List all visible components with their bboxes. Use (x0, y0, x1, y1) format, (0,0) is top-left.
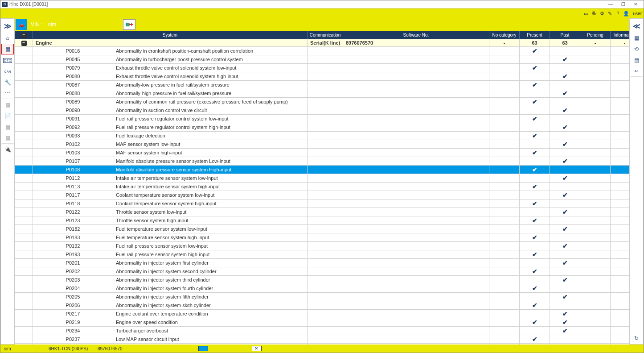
connect-icon[interactable]: 🔌 (1, 144, 14, 155)
dtc-row[interactable]: P0092Fuel rail pressure regulator contro… (15, 123, 630, 132)
collapse-engine-button[interactable]: − (21, 41, 27, 46)
parent-row-engine[interactable]: − Engine Serial(K line) 8976076570 - 63 … (15, 39, 630, 47)
dtc-desc: Abnormality in crankshaft position-camsh… (113, 47, 308, 55)
dtc-row[interactable]: P0204Abnormality in injector system four… (15, 284, 630, 293)
report-icon[interactable]: 📄 (1, 111, 14, 121)
user-icon[interactable]: 👤 (623, 10, 630, 17)
check-icon: ✔ (562, 242, 568, 249)
dtc-row[interactable]: P0237Low MAP sensor circuit input✔ (15, 335, 630, 344)
dtc-row[interactable]: P0113Intake air temperature sensor syste… (15, 183, 630, 191)
col-software[interactable]: Software No. (343, 31, 489, 39)
dtc-row[interactable]: P0182Fuel temperature sensor system low-… (15, 225, 630, 233)
dtc-row[interactable]: P0123Throttle sensor system high-input✔ (15, 216, 630, 225)
dtc-code: P0123 (33, 216, 113, 225)
dtc-code: P0202 (33, 267, 113, 276)
dtc-code: P0204 (33, 284, 113, 293)
dtc-desc: Coolant temperature sensor system low-in… (113, 191, 308, 199)
dtc-grid[interactable]: − System Communication Software No. No c… (15, 31, 629, 345)
dtc-desc: Engine over speed condition (113, 318, 308, 327)
dtc-row[interactable]: P0108Manifold absolute pressure sensor s… (15, 166, 630, 174)
col-information[interactable]: Information (611, 31, 630, 39)
dtc-row[interactable]: P0206Abnormality in injector system sixt… (15, 301, 630, 310)
col-system[interactable]: System (33, 31, 308, 39)
dtc-row[interactable]: P0192Fuel rail pressure sensor system lo… (15, 242, 630, 250)
can-icon[interactable]: CAN (1, 66, 14, 77)
dtc-row[interactable]: P0238High MAP sensor circuit input✔ (15, 344, 630, 345)
header-row: − System Communication Software No. No c… (15, 31, 630, 39)
status-model: 6HK1-TCN (240PS) (45, 346, 94, 351)
col-nocategory[interactable]: No category (489, 31, 520, 39)
module2-icon[interactable]: ▩ (1, 122, 14, 133)
dtc-row[interactable]: P0117Coolant temperature sensor system l… (15, 191, 630, 199)
module1-icon[interactable]: ▩ (1, 100, 14, 110)
dtc-row[interactable]: P0122Throttle sensor system low-input✔ (15, 208, 630, 216)
gear-icon[interactable]: ⚙ (599, 10, 606, 17)
expand-right-button[interactable]: ≫ (1, 20, 14, 32)
col-present[interactable]: Present (520, 31, 550, 39)
dtc-row[interactable]: P0217Engine coolant over temperature con… (15, 310, 630, 318)
right-tool2-icon[interactable]: ⟲ (630, 44, 643, 54)
dtc-code: P0045 (33, 55, 113, 64)
dtc-code: P0087 (33, 81, 113, 89)
dtc-row[interactable]: P0193Fuel rail pressure sensor system hi… (15, 250, 630, 259)
home-icon[interactable]: ⌂ (1, 33, 14, 43)
dtc-row[interactable]: P0183Fuel temperature sensor system high… (15, 233, 630, 242)
dtc-row[interactable]: P0112Intake air temperature sensor syste… (15, 174, 630, 183)
col-pending[interactable]: Pending (580, 31, 611, 39)
all-icon[interactable]: All (630, 66, 643, 77)
dtc-row[interactable]: P0016Abnormality in crankshaft position-… (15, 47, 630, 55)
col-past[interactable]: Past (550, 31, 580, 39)
system-icon[interactable]: ▦ (1, 44, 14, 54)
dtc-row[interactable]: P0102MAF sensor system low-input✔ (15, 140, 630, 149)
dtc-code: P0016 (33, 47, 113, 55)
parent-pending: - (580, 39, 611, 47)
dtc-row[interactable]: P0219Engine over speed condition✔✔ (15, 318, 630, 327)
dtc-row[interactable]: P0090Abnormality in suction control valv… (15, 106, 630, 115)
dtc-row[interactable]: P0079Exhaust throttle valve control sole… (15, 64, 630, 72)
col-communication[interactable]: Communication (308, 31, 343, 39)
dtc-row[interactable]: P0087Abnormally-low pressure in fuel rai… (15, 81, 630, 89)
vehicle-icon[interactable]: 🚗 (16, 19, 27, 30)
wave-icon[interactable]: 〰 (1, 88, 14, 99)
dtc-row[interactable]: P0107Manifold absolute pressure sensor s… (15, 157, 630, 166)
module3-icon[interactable]: ▩ (1, 133, 14, 144)
dtc-row[interactable]: P0203Abnormality in injector system thir… (15, 276, 630, 284)
dtc-code: P0102 (33, 140, 113, 149)
collapse-left-button[interactable]: ≪ (630, 20, 643, 32)
close-button[interactable]: ✕ (629, 2, 642, 7)
dtc-row[interactable]: P0045Abnormality in turbocharger boost p… (15, 55, 630, 64)
dtc-row[interactable]: P0091Fuel rail pressure regulator contro… (15, 115, 630, 123)
dtc-row[interactable]: P0234Turbocharger overboost✔ (15, 327, 630, 335)
right-tool3-icon[interactable]: ▤ (630, 55, 643, 66)
dtc-row[interactable]: P0201Abnormality in injector system firs… (15, 259, 630, 267)
check-icon: ✔ (532, 81, 537, 88)
tools-icon[interactable]: 🔧 (1, 77, 14, 88)
dtc-icon[interactable]: DTC (1, 55, 14, 66)
right-tool1-icon[interactable]: ▦ (630, 33, 643, 43)
dtc-code: P0079 (33, 64, 113, 72)
dtc-row[interactable]: P0080Exhaust throttle valve control sole… (15, 72, 630, 81)
edit-icon[interactable]: ✎ (607, 10, 614, 17)
dtc-row[interactable]: P0088Abnormally-high pressure in fuel ra… (15, 89, 630, 98)
dtc-row[interactable]: P0202Abnormality in injector system seco… (15, 267, 630, 276)
status-sw: 8976076570 (94, 346, 148, 351)
dtc-row[interactable]: P0093Fuel leakage detection✔ (15, 132, 630, 140)
dtc-row[interactable]: P0118Coolant temperature sensor system h… (15, 199, 630, 208)
maximize-button[interactable]: ❐ (617, 2, 629, 7)
dtc-desc: Intake air temperature sensor system hig… (113, 183, 308, 191)
dtc-code: P0192 (33, 242, 113, 250)
vin-action-button[interactable] (123, 19, 135, 30)
print-icon[interactable]: 🖶 (591, 10, 598, 17)
check-icon: ✔ (562, 158, 568, 165)
dtc-code: P0122 (33, 208, 113, 216)
minimize-button[interactable]: — (604, 2, 617, 7)
screenshot-icon[interactable]: ▭ (582, 10, 590, 17)
refresh-icon[interactable]: ↻ (630, 333, 643, 344)
dtc-row[interactable]: P0089Abnormality of common rail pressure… (15, 98, 630, 106)
dtc-row[interactable]: P0205Abnormality in injector system fift… (15, 293, 630, 301)
help-icon[interactable]: ? (615, 10, 622, 17)
col-expand[interactable]: − (15, 31, 33, 39)
dtc-desc: Abnormally-high pressure in fuel rail/sy… (113, 89, 308, 98)
dtc-desc: Abnormality in injector system first cyl… (113, 259, 308, 267)
dtc-row[interactable]: P0103MAF sensor system high-input✔ (15, 149, 630, 157)
